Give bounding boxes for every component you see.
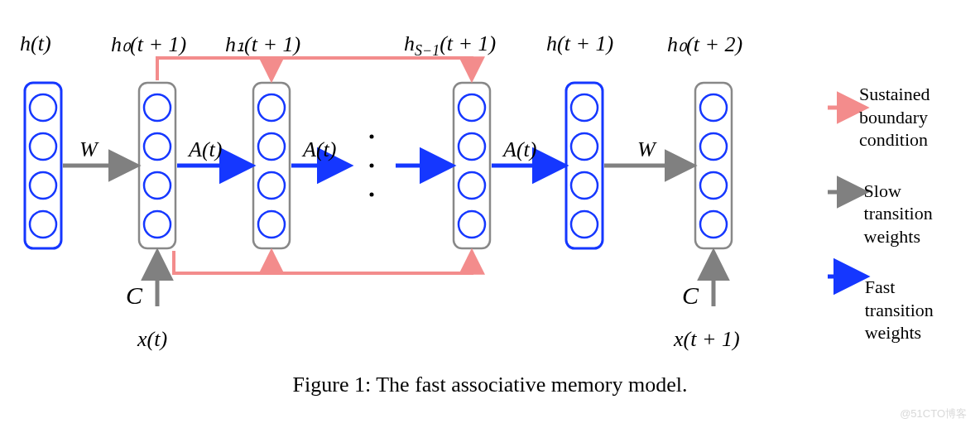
- svg-point-7: [144, 133, 171, 160]
- svg-point-17: [459, 133, 485, 160]
- label-h1-t1: h₁(t + 1): [225, 31, 300, 57]
- svg-point-14: [258, 211, 285, 238]
- watermark: @51CTO博客: [900, 406, 967, 421]
- label-A-1: A(t): [189, 137, 222, 162]
- svg-point-18: [459, 172, 485, 199]
- svg-point-3: [30, 172, 56, 199]
- svg-point-13: [258, 172, 285, 199]
- sustained-top: [157, 58, 472, 80]
- legend-fast: Fast transition weights: [836, 276, 960, 344]
- label-W-2: W: [637, 137, 656, 162]
- svg-point-24: [571, 211, 598, 238]
- label-h0-t2: h₀(t + 2): [667, 31, 742, 57]
- node-h0-t1: [139, 83, 175, 248]
- node-h-t1: [566, 83, 603, 248]
- svg-point-1: [30, 94, 56, 121]
- svg-point-9: [144, 211, 171, 238]
- svg-point-26: [700, 94, 727, 121]
- label-h0-t1: h₀(t + 1): [111, 31, 186, 57]
- label-A-2: A(t): [303, 137, 336, 162]
- svg-point-31: [370, 164, 374, 168]
- label-x-t1: x(t + 1): [674, 327, 740, 352]
- node-h-t: [25, 83, 61, 248]
- svg-point-23: [571, 172, 598, 199]
- label-hS-t1: hS−1(t + 1): [404, 31, 496, 60]
- svg-point-12: [258, 133, 285, 160]
- svg-point-16: [459, 94, 485, 121]
- label-h-t1: h(t + 1): [546, 31, 613, 56]
- label-C-2: C: [682, 281, 699, 310]
- svg-point-4: [30, 211, 56, 238]
- legend: Sustained boundary condition Slow transi…: [836, 83, 960, 373]
- label-A-3: A(t): [503, 137, 536, 162]
- svg-point-2: [30, 133, 56, 160]
- sustained-bottom: [174, 251, 472, 273]
- svg-point-27: [700, 133, 727, 160]
- svg-point-22: [571, 133, 598, 160]
- svg-point-32: [370, 193, 374, 197]
- svg-point-28: [700, 172, 727, 199]
- node-h1-t1: [253, 83, 290, 248]
- diagram-svg: [0, 0, 980, 428]
- svg-point-6: [144, 94, 171, 121]
- label-h-t: h(t): [20, 31, 51, 56]
- legend-slow: Slow transition weights: [836, 180, 960, 248]
- svg-point-21: [571, 94, 598, 121]
- node-hSminus1-t1: [454, 83, 490, 248]
- svg-point-8: [144, 172, 171, 199]
- svg-point-30: [370, 135, 374, 139]
- svg-point-11: [258, 94, 285, 121]
- label-x-t: x(t): [137, 327, 167, 352]
- svg-point-29: [700, 211, 727, 238]
- node-h0-t2: [695, 83, 732, 248]
- diagram-canvas: h(t) h₀(t + 1) h₁(t + 1) hS−1(t + 1) h(t…: [0, 0, 980, 428]
- label-W-1: W: [79, 137, 98, 162]
- label-C-1: C: [126, 281, 142, 310]
- legend-sustained: Sustained boundary condition: [836, 83, 960, 151]
- svg-point-19: [459, 211, 485, 238]
- figure-caption: Figure 1: The fast associative memory mo…: [0, 373, 980, 397]
